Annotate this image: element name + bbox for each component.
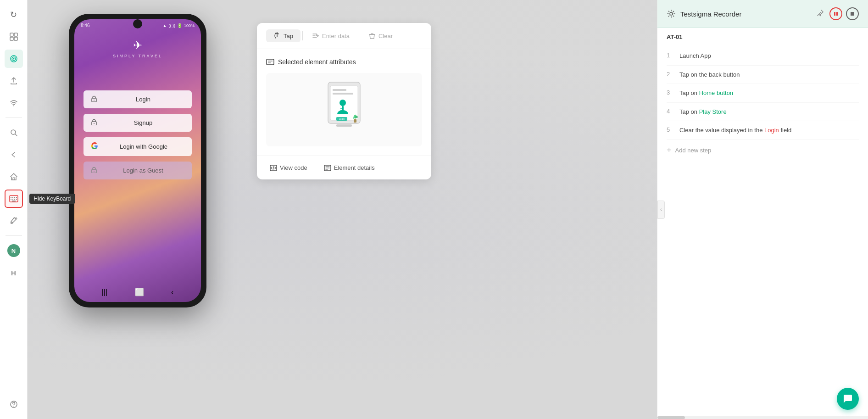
guest-btn-label: Login as Guest — [102, 167, 184, 174]
enter-data-button[interactable]: Enter data — [305, 29, 357, 42]
svg-rect-13 — [14, 197, 15, 198]
google-icon — [91, 142, 98, 151]
sidebar-item-brush[interactable] — [5, 212, 23, 230]
battery-icon: 🔋 — [177, 23, 182, 28]
step-number: 3 — [667, 89, 674, 96]
enter-data-icon — [312, 32, 319, 39]
recorder-title: Testsigma Recorder — [680, 10, 810, 18]
sidebar-item-wifi[interactable] — [5, 94, 23, 112]
step-text: Tap on Home button — [679, 89, 733, 98]
recorder-stop-button[interactable] — [846, 7, 859, 20]
sidebar-item-target[interactable] — [5, 50, 23, 68]
sidebar-divider-2 — [6, 235, 22, 236]
sidebar-item-upload[interactable] — [5, 72, 23, 90]
step-number: 1 — [667, 51, 674, 59]
sidebar-item-home[interactable] — [5, 168, 23, 186]
step-text: Tap on the back button — [679, 70, 740, 79]
step-link-home-button[interactable]: Home button — [699, 89, 733, 96]
svg-rect-43 — [834, 12, 835, 16]
element-details-button[interactable]: Element details — [320, 162, 378, 173]
step-text-field: field — [779, 127, 791, 134]
add-step-plus-icon: + — [667, 145, 672, 155]
phone-signup-btn[interactable]: Signup — [83, 114, 192, 132]
sidebar: ↻ — [0, 0, 28, 419]
step-link-login[interactable]: Login — [764, 127, 779, 134]
svg-rect-32 — [333, 89, 346, 91]
phone-google-btn[interactable]: Login with Google — [83, 137, 192, 156]
sidebar-item-refresh[interactable]: ↻ — [5, 6, 23, 24]
h-badge: H — [7, 266, 20, 279]
step-text: Clear the value displayed in the Login f… — [679, 126, 791, 135]
step-text: Tap on Play Store — [679, 107, 727, 117]
table-row: 5 Clear the value displayed in the Login… — [667, 121, 859, 140]
phone-guest-btn[interactable]: Login as Guest — [83, 162, 192, 179]
step-number: 2 — [667, 70, 674, 78]
table-row: 4 Tap on Play Store — [667, 103, 859, 122]
tap-button[interactable]: Tap — [266, 29, 300, 42]
sidebar-item-h[interactable]: H — [5, 263, 23, 282]
svg-point-6 — [13, 58, 14, 60]
wifi-status-icon: ((·)) — [168, 23, 175, 28]
recorder-pin-button[interactable] — [815, 7, 826, 20]
phone-frame: 8:46 ▲ ((·)) 🔋 100% ✈ SIMPLY TRAVEL — [69, 14, 206, 307]
step-text: Launch App — [679, 51, 711, 61]
clear-button[interactable]: Clear — [361, 29, 400, 42]
step-link-play-store[interactable]: Play Store — [699, 108, 727, 115]
sidebar-item-keyboard[interactable]: Hide KeyBoard — [5, 190, 23, 208]
svg-rect-19 — [12, 201, 16, 201]
phone-time: 8:46 — [81, 23, 89, 28]
step-number: 4 — [667, 107, 674, 115]
svg-rect-3 — [14, 37, 17, 40]
chat-icon — [842, 393, 853, 404]
svg-rect-29 — [267, 59, 274, 65]
view-code-button[interactable]: View code — [266, 162, 311, 173]
scroll-arrow[interactable]: ‹ — [657, 201, 665, 219]
add-new-step[interactable]: + Add new step — [667, 140, 859, 161]
panel-footer: View code Element details — [257, 156, 431, 179]
svg-point-34 — [339, 100, 346, 106]
recorder-gear-icon — [667, 9, 676, 18]
tap-icon — [273, 32, 281, 39]
sidebar-item-back[interactable] — [5, 145, 23, 164]
battery-percent: 100% — [184, 23, 195, 28]
phone-nav-back: ‹ — [171, 288, 173, 296]
clear-icon — [368, 32, 376, 39]
phone-logo: ✈ SIMPLY TRAVEL — [113, 39, 162, 58]
chat-button[interactable] — [837, 388, 859, 410]
sidebar-item-search[interactable] — [5, 123, 23, 142]
recorder-test-id: AT-01 — [657, 28, 868, 43]
element-attributes-panel: Selected element attributes — [257, 49, 431, 156]
google-btn-label: Login with Google — [103, 143, 184, 150]
step-text-part: Tap on — [679, 108, 699, 115]
login-btn-label: Login — [102, 96, 184, 103]
svg-point-28 — [94, 171, 95, 172]
recorder-header: Testsigma Recorder — [657, 0, 868, 28]
sidebar-item-help[interactable] — [5, 395, 23, 413]
recorder-scrollbar[interactable] — [657, 416, 868, 419]
signup-lock-icon — [91, 119, 97, 127]
phone-bottom-nav: ||| ⬜ ‹ — [74, 288, 201, 296]
table-row: 2 Tap on the back button — [667, 66, 859, 84]
svg-rect-39 — [336, 124, 352, 127]
recorder-panel: ‹ Testsigma Recorder — [657, 0, 868, 419]
phone-nav-lines: ||| — [102, 288, 107, 296]
view-code-label: View code — [280, 164, 307, 171]
sidebar-item-n[interactable]: N — [5, 241, 23, 260]
sidebar-item-dashboard[interactable] — [5, 28, 23, 46]
phone-screen: 8:46 ▲ ((·)) 🔋 100% ✈ SIMPLY TRAVEL — [74, 19, 201, 302]
step-text-part: Tap on — [679, 89, 699, 96]
toolbar-sep-2 — [359, 31, 359, 40]
add-step-label: Add new step — [675, 147, 712, 154]
main-area: 8:46 ▲ ((·)) 🔋 100% ✈ SIMPLY TRAVEL — [28, 0, 868, 419]
table-row: 3 Tap on Home button — [667, 84, 859, 103]
signal-icon: ▲ — [163, 23, 167, 28]
phone-nav-home: ⬜ — [135, 288, 144, 296]
recorder-pause-button[interactable] — [829, 7, 842, 20]
svg-rect-11 — [11, 197, 11, 198]
recorder-controls — [815, 7, 859, 20]
element-preview: Login — [266, 73, 422, 146]
phone-login-btn[interactable]: Login — [83, 90, 192, 108]
svg-rect-14 — [16, 197, 17, 198]
n-badge: N — [7, 244, 20, 257]
view-code-icon — [270, 165, 277, 171]
